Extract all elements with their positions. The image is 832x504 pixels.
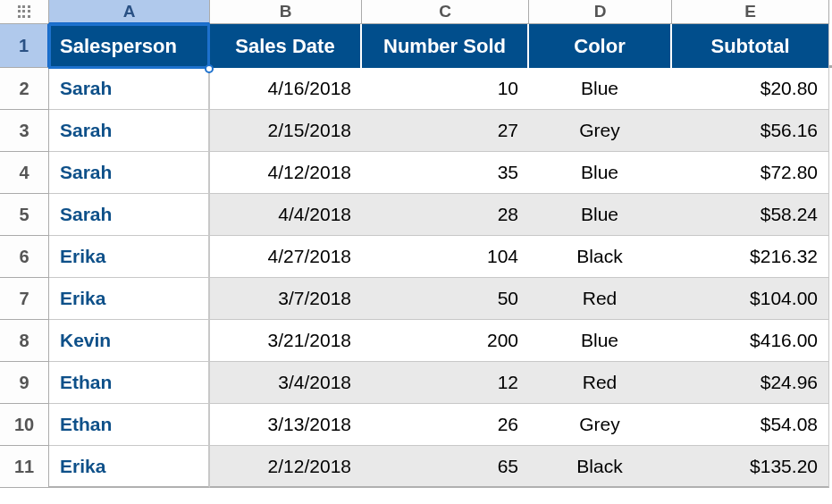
cell-b5[interactable]: 4/4/2018: [210, 194, 362, 236]
cell-d1[interactable]: Color: [529, 24, 672, 68]
cell-a4[interactable]: Sarah: [49, 152, 210, 194]
cell-b9[interactable]: 3/4/2018: [210, 362, 362, 404]
cell-b1[interactable]: Sales Date: [210, 24, 362, 68]
cell-c7[interactable]: 50: [362, 278, 529, 320]
header-salesperson: Salesperson: [60, 35, 177, 58]
cell-c4[interactable]: 35: [362, 152, 529, 194]
cell-c11[interactable]: 65: [362, 446, 529, 488]
row-header-1[interactable]: 1: [0, 24, 49, 68]
cell-e4[interactable]: $72.80: [672, 152, 829, 194]
cell-a10[interactable]: Ethan: [49, 404, 210, 446]
row-header-5[interactable]: 5: [0, 194, 49, 236]
row-header-4[interactable]: 4: [0, 152, 49, 194]
cell-c6[interactable]: 104: [362, 236, 529, 278]
cell-d2[interactable]: Blue: [529, 68, 672, 110]
row-header-7[interactable]: 7: [0, 278, 49, 320]
column-header-a[interactable]: A: [49, 0, 210, 24]
cell-a6[interactable]: Erika: [49, 236, 210, 278]
cell-d7[interactable]: Red: [529, 278, 672, 320]
cell-b6[interactable]: 4/27/2018: [210, 236, 362, 278]
cell-e10[interactable]: $54.08: [672, 404, 829, 446]
cell-a2[interactable]: Sarah: [49, 68, 210, 110]
table-row: 8 Kevin 3/21/2018 200 Blue $416.00: [0, 320, 832, 362]
table-row: 7 Erika 3/7/2018 50 Red $104.00: [0, 278, 832, 320]
table-row: 2 Sarah 4/16/2018 10 Blue $20.80: [0, 68, 832, 110]
cell-b11[interactable]: 2/12/2018: [210, 446, 362, 488]
cell-d9[interactable]: Red: [529, 362, 672, 404]
cell-c9[interactable]: 12: [362, 362, 529, 404]
row-header-10[interactable]: 10: [0, 404, 49, 446]
cell-d6[interactable]: Black: [529, 236, 672, 278]
cell-d4[interactable]: Blue: [529, 152, 672, 194]
cell-e1[interactable]: Subtotal: [672, 24, 829, 68]
cell-c3[interactable]: 27: [362, 110, 529, 152]
grid-icon: [18, 5, 30, 18]
cell-e11[interactable]: $135.20: [672, 446, 829, 488]
row-header-6[interactable]: 6: [0, 236, 49, 278]
table-row: 6 Erika 4/27/2018 104 Black $216.32: [0, 236, 832, 278]
table-row: 5 Sarah 4/4/2018 28 Blue $58.24: [0, 194, 832, 236]
cell-e9[interactable]: $24.96: [672, 362, 829, 404]
row-header-3[interactable]: 3: [0, 110, 49, 152]
cell-e7[interactable]: $104.00: [672, 278, 829, 320]
cell-a7[interactable]: Erika: [49, 278, 210, 320]
column-header-e[interactable]: E: [672, 0, 829, 24]
column-header-c[interactable]: C: [362, 0, 529, 24]
cell-a11[interactable]: Erika: [49, 446, 210, 488]
table-row: 4 Sarah 4/12/2018 35 Blue $72.80: [0, 152, 832, 194]
cell-c2[interactable]: 10: [362, 68, 529, 110]
row-header-2[interactable]: 2: [0, 68, 49, 110]
cell-e6[interactable]: $216.32: [672, 236, 829, 278]
column-headers-row: A B C D E: [0, 0, 832, 24]
cell-c1[interactable]: Number Sold: [362, 24, 529, 68]
cell-c5[interactable]: 28: [362, 194, 529, 236]
column-header-d[interactable]: D: [529, 0, 672, 24]
cell-e8[interactable]: $416.00: [672, 320, 829, 362]
table-row: 3 Sarah 2/15/2018 27 Grey $56.16: [0, 110, 832, 152]
cell-d11[interactable]: Black: [529, 446, 672, 488]
cell-b3[interactable]: 2/15/2018: [210, 110, 362, 152]
cell-e2[interactable]: $20.80: [672, 68, 829, 110]
cell-c8[interactable]: 200: [362, 320, 529, 362]
spreadsheet-grid: A B C D E 1 Salesperson Sales Date Numbe…: [0, 0, 832, 488]
cell-b8[interactable]: 3/21/2018: [210, 320, 362, 362]
cell-b4[interactable]: 4/12/2018: [210, 152, 362, 194]
cell-d5[interactable]: Blue: [529, 194, 672, 236]
data-rows: 2 Sarah 4/16/2018 10 Blue $20.80 3 Sarah…: [0, 68, 832, 488]
header-row: 1 Salesperson Sales Date Number Sold Col…: [0, 24, 832, 68]
cell-b10[interactable]: 3/13/2018: [210, 404, 362, 446]
cell-a9[interactable]: Ethan: [49, 362, 210, 404]
row-header-8[interactable]: 8: [0, 320, 49, 362]
cell-d10[interactable]: Grey: [529, 404, 672, 446]
cell-d3[interactable]: Grey: [529, 110, 672, 152]
cell-a8[interactable]: Kevin: [49, 320, 210, 362]
cell-b2[interactable]: 4/16/2018: [210, 68, 362, 110]
table-row: 11 Erika 2/12/2018 65 Black $135.20: [0, 446, 832, 488]
cell-e3[interactable]: $56.16: [672, 110, 829, 152]
table-row: 9 Ethan 3/4/2018 12 Red $24.96: [0, 362, 832, 404]
cell-a1[interactable]: Salesperson: [49, 24, 210, 68]
selection-handle[interactable]: [205, 64, 214, 73]
cell-b7[interactable]: 3/7/2018: [210, 278, 362, 320]
column-header-b[interactable]: B: [210, 0, 362, 24]
corner-select-all[interactable]: [0, 0, 49, 24]
row-header-11[interactable]: 11: [0, 446, 49, 488]
cell-c10[interactable]: 26: [362, 404, 529, 446]
cell-e5[interactable]: $58.24: [672, 194, 829, 236]
row-header-9[interactable]: 9: [0, 362, 49, 404]
cell-d8[interactable]: Blue: [529, 320, 672, 362]
table-row: 10 Ethan 3/13/2018 26 Grey $54.08: [0, 404, 832, 446]
cell-a5[interactable]: Sarah: [49, 194, 210, 236]
cell-a3[interactable]: Sarah: [49, 110, 210, 152]
